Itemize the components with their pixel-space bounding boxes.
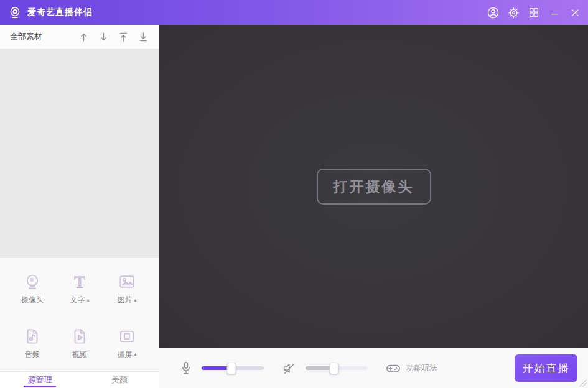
open-camera-button[interactable]: 打开摄像头	[317, 169, 431, 205]
caret-up-icon: ▴	[134, 352, 136, 357]
features-label: 功能玩法	[406, 363, 437, 374]
titlebar: 爱奇艺直播伴侣	[0, 0, 588, 25]
microphone-icon[interactable]	[179, 360, 193, 376]
iqiyi-logo-icon	[8, 6, 22, 19]
video-icon	[70, 326, 90, 346]
caret-up-icon: ▴	[86, 298, 89, 303]
material-header: 全部素材	[0, 25, 159, 48]
minimize-icon[interactable]	[546, 4, 562, 21]
material-list-empty	[0, 48, 159, 258]
app-window: 爱奇艺直播伴侣	[0, 0, 588, 388]
add-audio-source[interactable]: 音频	[22, 326, 42, 372]
image-icon	[117, 272, 137, 292]
source-label: 图片▴	[117, 295, 136, 305]
screen-capture-icon	[117, 326, 137, 346]
source-label: 文字▴	[70, 295, 89, 305]
audio-icon	[22, 326, 42, 346]
active-tab-underline	[24, 386, 56, 387]
source-panel: 摄像头 T 文字▴ 图片▴	[0, 258, 159, 371]
preview-area: 打开摄像头	[159, 25, 588, 348]
user-account-icon[interactable]	[485, 4, 501, 21]
move-to-bottom-icon[interactable]	[138, 31, 149, 43]
titlebar-controls	[485, 4, 583, 21]
move-up-icon[interactable]	[78, 31, 90, 43]
add-image-source[interactable]: 图片▴	[117, 272, 137, 317]
tab-source-management[interactable]: 源管理	[0, 372, 80, 388]
source-label: 音频	[25, 349, 40, 360]
camera-icon	[22, 272, 42, 292]
add-screen-capture-source[interactable]: 抓屏▴	[117, 326, 137, 372]
move-to-top-icon[interactable]	[118, 31, 129, 43]
system-volume-slider[interactable]	[306, 362, 368, 374]
text-icon: T	[70, 272, 90, 292]
settings-gear-icon[interactable]	[505, 4, 521, 21]
add-text-source[interactable]: T 文字▴	[70, 272, 90, 317]
slider-thumb[interactable]	[330, 363, 339, 374]
tab-beauty[interactable]: 美颜	[80, 372, 159, 388]
layout-grid-icon[interactable]	[526, 4, 542, 21]
start-live-button[interactable]: 开始直播	[515, 354, 577, 382]
source-label: 视频	[72, 349, 87, 360]
bottom-control-bar: 功能玩法 开始直播	[159, 348, 588, 388]
sidebar-tabbar: 源管理 美颜	[0, 371, 159, 388]
resize-grip[interactable]	[577, 377, 587, 387]
close-icon[interactable]	[567, 4, 583, 21]
source-label: 摄像头	[21, 295, 44, 305]
caret-up-icon: ▴	[134, 298, 136, 303]
gamepad-icon	[385, 361, 401, 376]
sidebar: 全部素材	[0, 25, 159, 388]
add-video-source[interactable]: 视频	[70, 326, 90, 372]
mic-volume-slider[interactable]	[202, 362, 264, 374]
add-camera-source[interactable]: 摄像头	[21, 272, 44, 317]
move-down-icon[interactable]	[98, 31, 110, 43]
source-label: 抓屏▴	[117, 349, 136, 360]
muted-speaker-icon[interactable]	[281, 361, 297, 376]
features-button[interactable]: 功能玩法	[385, 361, 437, 376]
app-title: 爱奇艺直播伴侣	[27, 7, 93, 18]
material-order-tools	[78, 31, 149, 43]
material-header-label: 全部素材	[10, 31, 42, 42]
slider-thumb[interactable]	[227, 363, 236, 374]
